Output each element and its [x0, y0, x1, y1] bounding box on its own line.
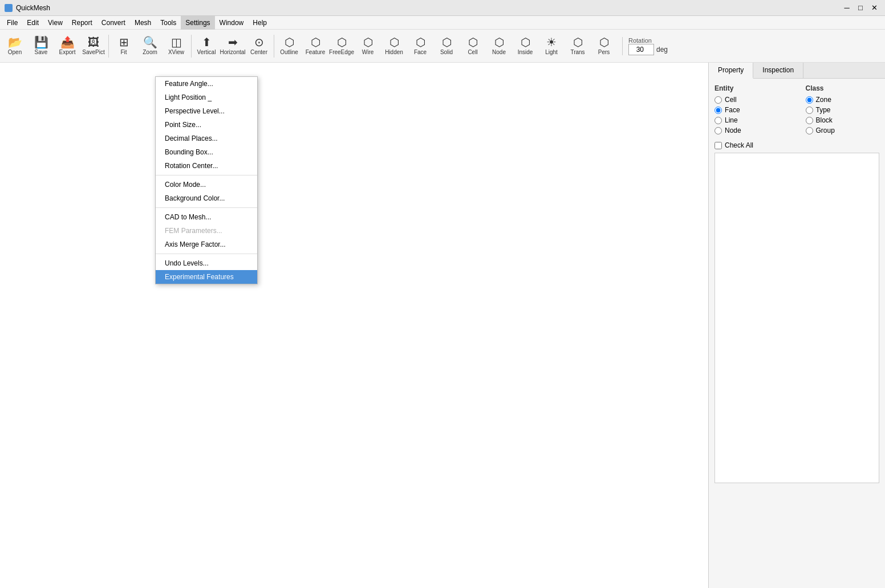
menubar-item-edit[interactable]: Edit — [22, 16, 43, 30]
dropdown-item-undo-levels[interactable]: Undo Levels... — [156, 256, 257, 270]
dropdown-item-color-mode[interactable]: Color Mode... — [156, 178, 257, 191]
dropdown-sep-sep2 — [156, 207, 257, 208]
toolbar-btn-outline[interactable]: ⬡Outline — [277, 32, 302, 60]
class-block[interactable]: Block — [806, 116, 880, 124]
toolbar-btn-vertical[interactable]: ⬆Vertical — [194, 32, 219, 60]
toolbar-btn-pers[interactable]: ⬡Pers — [591, 32, 616, 60]
toolbar-btn-inside[interactable]: ⬡Inside — [513, 32, 538, 60]
toolbar-btn-solid[interactable]: ⬡Solid — [434, 32, 459, 60]
dropdown-item-background-color[interactable]: Background Color... — [156, 191, 257, 205]
dropdown-sep-sep1 — [156, 175, 257, 175]
toolbar-btn-zoom[interactable]: 🔍Zoom — [137, 32, 163, 60]
dropdown-item-cad-to-mesh[interactable]: CAD to Mesh... — [156, 210, 257, 224]
dropdown-item-decimal-places[interactable]: Decimal Places... — [156, 132, 257, 145]
node-label: Node — [492, 49, 506, 55]
menubar-item-report[interactable]: Report — [67, 16, 97, 30]
export-label: Export — [59, 49, 76, 55]
class-type[interactable]: Type — [806, 106, 880, 114]
inside-label: Inside — [518, 49, 533, 55]
right-panel: Property Inspection Entity Cell Face — [708, 63, 885, 588]
tab-inspection[interactable]: Inspection — [753, 63, 803, 78]
menubar-item-mesh[interactable]: Mesh — [130, 16, 156, 30]
horizontal-label: Horizontal — [220, 49, 245, 55]
toolbar-btn-horizontal[interactable]: ➡Horizontal — [220, 32, 245, 60]
dropdown-item-point-size[interactable]: Point Size... — [156, 118, 257, 132]
xview-label: XView — [168, 49, 184, 55]
wire-label: Wire — [362, 49, 374, 55]
menubar-item-settings[interactable]: Settings — [181, 16, 214, 30]
toolbar-btn-trans[interactable]: ⬡Trans — [565, 32, 590, 60]
dropdown-item-feature-angle[interactable]: Feature Angle... — [156, 77, 257, 91]
class-group-radio[interactable] — [806, 127, 813, 134]
toolbar-btn-savepict[interactable]: 🖼SavePict — [81, 32, 106, 60]
toolbar: 📂Open💾Save📤Export🖼SavePict⊞Fit🔍Zoom◫XVie… — [0, 30, 885, 63]
entity-cell[interactable]: Cell — [715, 96, 789, 104]
center-icon: ⊙ — [254, 36, 264, 48]
entity-node[interactable]: Node — [715, 126, 789, 134]
entity-face[interactable]: Face — [715, 106, 789, 114]
toolbar-btn-cell[interactable]: ⬡Cell — [460, 32, 485, 60]
class-zone[interactable]: Zone — [806, 96, 880, 104]
toolbar-btn-open[interactable]: 📂Open — [2, 32, 27, 60]
rotation-input[interactable] — [628, 44, 654, 55]
save-icon: 💾 — [34, 36, 48, 48]
entity-face-radio[interactable] — [715, 107, 722, 114]
freeedge-icon: ⬡ — [337, 36, 347, 48]
app-icon — [5, 4, 13, 12]
check-all-checkbox[interactable] — [715, 142, 722, 149]
feature-icon: ⬡ — [311, 36, 320, 48]
minimize-button[interactable]: ─ — [841, 2, 853, 14]
dropdown-item-bounding-box[interactable]: Bounding Box... — [156, 145, 257, 159]
entity-list[interactable] — [715, 153, 879, 483]
toolbar-btn-fit[interactable]: ⊞Fit — [111, 32, 136, 60]
light-label: Light — [545, 49, 558, 55]
xview-icon: ◫ — [171, 36, 182, 48]
dropdown-item-perspective-level[interactable]: Perspective Level... — [156, 104, 257, 118]
toolbar-btn-export[interactable]: 📤Export — [55, 32, 80, 60]
rotation-controls: deg — [628, 44, 668, 55]
entity-cell-radio[interactable] — [715, 96, 722, 104]
viewport[interactable]: Feature Angle...Light Position _Perspect… — [0, 63, 708, 588]
prop-row: Entity Cell Face Line — [715, 84, 879, 134]
entity-node-radio[interactable] — [715, 127, 722, 134]
savepict-icon: 🖼 — [88, 36, 99, 48]
class-radio-group: Zone Type Block Group — [806, 96, 880, 134]
dropdown-item-rotation-center[interactable]: Rotation Center... — [156, 159, 257, 173]
menubar-item-window[interactable]: Window — [215, 16, 249, 30]
class-group[interactable]: Group — [806, 126, 880, 134]
menubar-item-file[interactable]: File — [2, 16, 22, 30]
entity-face-label: Face — [725, 106, 740, 114]
pers-label: Pers — [598, 49, 610, 55]
maximize-button[interactable]: □ — [854, 2, 867, 14]
settings-dropdown[interactable]: Feature Angle...Light Position _Perspect… — [155, 76, 258, 284]
dropdown-item-light-position[interactable]: Light Position _ — [156, 91, 257, 104]
dropdown-item-experimental-features[interactable]: Experimental Features — [156, 270, 257, 284]
toolbar-btn-node[interactable]: ⬡Node — [486, 32, 511, 60]
menubar-item-view[interactable]: View — [43, 16, 67, 30]
entity-line[interactable]: Line — [715, 116, 789, 124]
toolbar-btn-freeedge[interactable]: ⬡FreeEdge — [329, 32, 354, 60]
toolbar-btn-feature[interactable]: ⬡Feature — [303, 32, 328, 60]
toolbar-btn-xview[interactable]: ◫XView — [164, 32, 189, 60]
menubar-item-convert[interactable]: Convert — [97, 16, 130, 30]
save-label: Save — [35, 49, 48, 55]
title-left: QuickMesh — [5, 4, 50, 12]
toolbar-btn-hidden[interactable]: ⬡Hidden — [381, 32, 407, 60]
check-all-row[interactable]: Check All — [715, 141, 879, 149]
toolbar-btn-face[interactable]: ⬡Face — [408, 32, 433, 60]
class-type-radio[interactable] — [806, 107, 813, 114]
entity-line-radio[interactable] — [715, 117, 722, 124]
tab-property[interactable]: Property — [709, 63, 753, 79]
toolbar-btn-save[interactable]: 💾Save — [29, 32, 54, 60]
class-zone-radio[interactable] — [806, 96, 813, 104]
toolbar-btn-wire[interactable]: ⬡Wire — [355, 32, 380, 60]
menubar-item-help[interactable]: Help — [248, 16, 271, 30]
dropdown-item-axis-merge-factor[interactable]: Axis Merge Factor... — [156, 238, 257, 251]
menubar-item-tools[interactable]: Tools — [156, 16, 181, 30]
entity-label: Entity — [715, 84, 789, 92]
node-icon: ⬡ — [494, 36, 504, 48]
toolbar-btn-center[interactable]: ⊙Center — [246, 32, 271, 60]
class-block-radio[interactable] — [806, 117, 813, 124]
close-button[interactable]: ✕ — [868, 2, 880, 14]
toolbar-btn-light[interactable]: ☀Light — [539, 32, 564, 60]
